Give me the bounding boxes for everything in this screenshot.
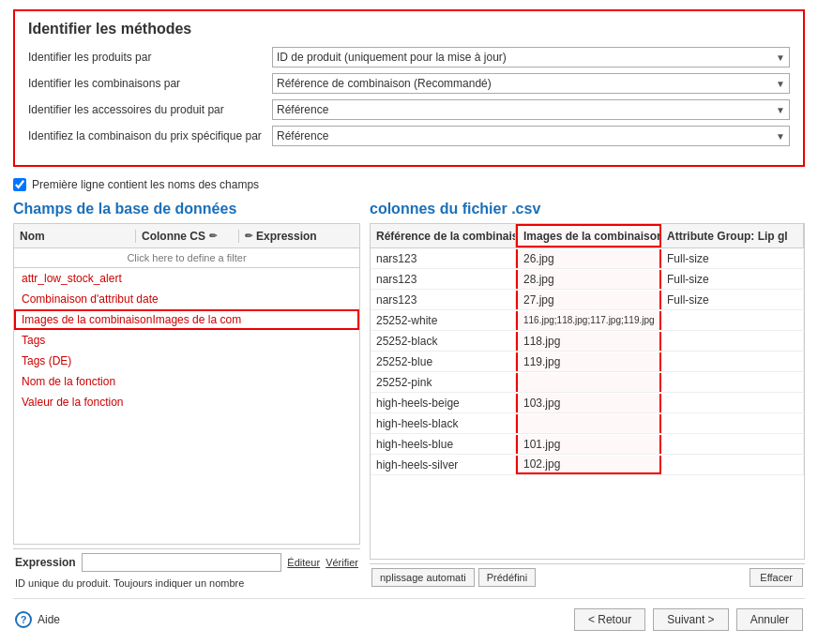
method-select-products[interactable]: ID de produit (uniquement pour la mise à… <box>272 47 790 67</box>
cell-attr <box>661 352 804 371</box>
predefini-button[interactable]: Prédéfini <box>478 568 536 587</box>
csv-col-images-header: Images de la combinaison [4] <box>516 224 661 247</box>
cell-ref: 25252-pink <box>371 373 516 392</box>
col-cs-header: Colonne CS ✏ <box>136 230 239 243</box>
cell-attr: Full-size <box>661 270 804 289</box>
table-row: high-heels-beige 103.jpg <box>371 393 804 413</box>
footer-left: ? Aide <box>15 611 60 628</box>
db-table-header: Nom Colonne CS ✏ ✏ Expression <box>14 224 359 248</box>
csv-section: colonnes du fichier .csv Référence de la… <box>370 201 805 591</box>
method-select-accessories[interactable]: Référence ▼ <box>272 99 790 120</box>
help-label: Aide <box>38 613 60 626</box>
back-button[interactable]: < Retour <box>574 608 645 631</box>
method-label-price: Identifiez la combinaison du prix spécif… <box>28 129 272 142</box>
cell-ref: high-heels-beige <box>371 394 516 412</box>
col-nom-header: Nom <box>14 230 136 243</box>
cell-ref: 25252-black <box>371 332 516 351</box>
footer-right: < Retour Suivant > Annuler <box>574 608 803 631</box>
csv-col-ref-header: Référence de la combinaison [3] <box>371 224 516 247</box>
cell-attr <box>661 311 804 330</box>
cell-ref: 25252-blue <box>371 352 516 371</box>
method-select-combinations[interactable]: Référence de combinaison (Recommandé) ▼ <box>272 73 790 94</box>
main-container: Identifier les méthodes Identifier les p… <box>0 0 818 644</box>
cell-images <box>516 373 661 392</box>
first-line-label: Première ligne contient les noms des cha… <box>32 178 259 191</box>
cell-images: 103.jpg <box>516 394 661 412</box>
cell-ref: nars123 <box>371 291 516 309</box>
cell-attr <box>661 394 804 412</box>
cell-ref: nars123 <box>371 270 516 289</box>
method-row-products: Identifier les produits par ID de produi… <box>28 47 790 67</box>
effacer-button[interactable]: Effacer <box>750 568 803 587</box>
table-row: 25252-pink <box>371 372 804 393</box>
cell-ref: 25252-white <box>371 311 516 330</box>
cell-ref: high-heels-black <box>371 414 516 433</box>
footer: ? Aide < Retour Suivant > Annuler <box>13 598 805 635</box>
table-row: 25252-white 116.jpg;118.jpg;117.jpg;119.… <box>371 310 804 331</box>
pencil-icon: ✏ <box>209 231 217 241</box>
chevron-down-icon: ▼ <box>776 105 785 115</box>
db-fields-title: Champs de la base de données <box>13 201 360 217</box>
auto-fill-button[interactable]: nplissage automati <box>371 568 475 587</box>
table-row: high-heels-black <box>371 413 804 434</box>
table-row: high-heels-silver 102.jpg <box>371 455 804 475</box>
method-row-combinations: Identifier les combinaisons par Référenc… <box>28 73 790 94</box>
table-row: nars123 27.jpg Full-size <box>371 290 804 310</box>
list-item[interactable]: Combinaison d'attribut date <box>14 289 359 309</box>
next-button[interactable]: Suivant > <box>653 608 728 631</box>
col-expr-header: ✏ Expression <box>239 230 359 243</box>
cell-ref: high-heels-blue <box>371 435 516 454</box>
csv-table-header: Référence de la combinaison [3] Images d… <box>371 224 804 248</box>
cell-images: 26.jpg <box>516 249 661 268</box>
cell-ref: high-heels-silver <box>371 456 516 474</box>
cell-images: 101.jpg <box>516 435 661 454</box>
method-row-accessories: Identifier les accessoires du produit pa… <box>28 99 790 120</box>
chevron-down-icon: ▼ <box>776 131 785 142</box>
cell-images: 119.jpg <box>516 352 661 371</box>
cell-images <box>516 414 661 433</box>
db-fields-table: Nom Colonne CS ✏ ✏ Expression Click here… <box>13 223 360 545</box>
db-items-list: attr_low_stock_alert Combinaison d'attri… <box>14 268 359 544</box>
cell-attr: Full-size <box>661 291 804 309</box>
list-item-highlighted[interactable]: Images de la combinaison Images de la co… <box>14 309 359 330</box>
filter-row[interactable]: Click here to define a filter <box>14 248 359 268</box>
id-note: ID unique du produit. Toujours indiquer … <box>13 576 360 591</box>
cell-attr <box>661 373 804 392</box>
cell-attr <box>661 456 804 474</box>
first-line-checkbox[interactable] <box>13 178 26 191</box>
help-icon[interactable]: ? <box>15 611 32 628</box>
cell-attr <box>661 332 804 351</box>
cell-images: 116.jpg;118.jpg;117.jpg;119.jpg <box>516 311 661 330</box>
cell-images: 118.jpg <box>516 332 661 351</box>
list-item[interactable]: Tags (DE) <box>14 351 359 371</box>
table-row: 25252-black 118.jpg <box>371 331 804 352</box>
csv-table: Référence de la combinaison [3] Images d… <box>370 223 805 560</box>
list-item[interactable]: attr_low_stock_alert <box>14 268 359 289</box>
columns-container: Champs de la base de données Nom Colonne… <box>13 201 805 591</box>
methods-section: Identifier les méthodes Identifier les p… <box>13 9 805 167</box>
method-row-price: Identifiez la combinaison du prix spécif… <box>28 126 790 146</box>
verify-button[interactable]: Vérifier <box>326 557 358 568</box>
cancel-button[interactable]: Annuler <box>736 608 803 631</box>
db-fields-section: Champs de la base de données Nom Colonne… <box>13 201 360 591</box>
cell-images: 102.jpg <box>516 456 661 474</box>
method-label-products: Identifier les produits par <box>28 51 272 64</box>
list-item[interactable]: Tags <box>14 330 359 351</box>
cell-attr <box>661 414 804 433</box>
first-line-checkbox-row: Première ligne contient les noms des cha… <box>13 178 805 191</box>
table-row: high-heels-blue 101.jpg <box>371 434 804 455</box>
list-item[interactable]: Valeur de la fonction <box>14 392 359 412</box>
method-label-combinations: Identifier les combinaisons par <box>28 77 272 90</box>
expression-label: Expression <box>15 556 76 569</box>
cell-attr: Full-size <box>661 249 804 268</box>
editor-button[interactable]: Éditeur <box>287 557 320 568</box>
expression-input[interactable] <box>82 553 282 572</box>
method-select-price[interactable]: Référence ▼ <box>272 126 790 146</box>
table-row: 25252-blue 119.jpg <box>371 352 804 372</box>
csv-col-attr-header: Attribute Group: Lip gl <box>661 224 804 247</box>
cell-attr <box>661 435 804 454</box>
list-item[interactable]: Nom de la fonction <box>14 371 359 392</box>
expression-row: Expression Éditeur Vérifier <box>13 548 360 576</box>
cell-images: 28.jpg <box>516 270 661 289</box>
method-label-accessories: Identifier les accessoires du produit pa… <box>28 103 272 116</box>
